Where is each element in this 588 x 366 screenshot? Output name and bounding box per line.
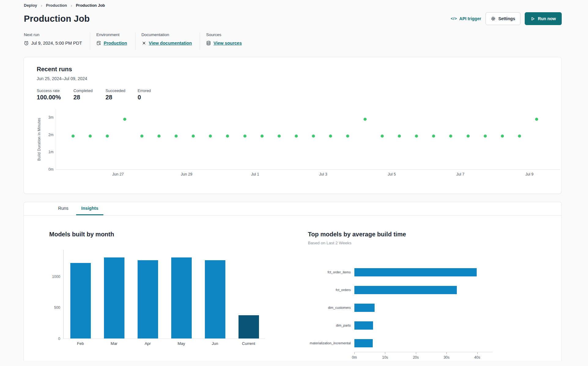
header-actions: </> API trigger Settings xyxy=(451,12,562,25)
environment-icon xyxy=(96,41,101,46)
month-x-label: May xyxy=(178,341,185,346)
top-model-row: dim_customers xyxy=(308,299,510,316)
insights-panel: Models built by month 05001000 FebMarApr… xyxy=(24,216,561,361)
scatter-x-tick: Jun 27 xyxy=(112,172,124,176)
run-duration-dot xyxy=(106,135,109,138)
api-trigger-link[interactable]: </> API trigger xyxy=(451,16,481,21)
run-duration-dot xyxy=(175,135,178,138)
scatter-y-tick: 3m xyxy=(43,115,54,120)
top-model-track xyxy=(354,268,510,276)
models-built-chart-block: Models built by month 05001000 FebMarApr… xyxy=(49,231,276,361)
run-duration-dot xyxy=(226,135,229,138)
clock-icon xyxy=(24,41,29,46)
top-model-row: fct_order_items xyxy=(308,263,510,281)
x-axis-tick-mark xyxy=(477,352,478,354)
month-chart-y-tick: 0 xyxy=(58,337,60,341)
x-axis-tick-mark xyxy=(446,352,447,354)
x-axis-tick-label: 30s xyxy=(444,355,449,360)
scatter-x-tick: Jul 9 xyxy=(525,172,533,176)
stat-label: Errored xyxy=(138,88,170,93)
breadcrumb-current: Production Job xyxy=(76,3,105,8)
run-duration-dot xyxy=(518,135,521,138)
recent-runs-title: Recent runs xyxy=(37,66,560,74)
next-run-value: Jul 9, 2024, 5:00 PM PDT xyxy=(31,41,82,46)
info-sources: Sources View sources xyxy=(200,32,250,50)
scatter-x-tick: Jul 7 xyxy=(456,172,464,176)
scatter-x-tick: Jul 1 xyxy=(251,172,259,176)
run-duration-dot xyxy=(415,135,418,138)
run-duration-dot xyxy=(312,135,315,138)
x-axis-tick-label: 20s xyxy=(413,355,419,360)
run-duration-dot xyxy=(243,135,246,138)
scatter-x-tick: Jun 29 xyxy=(181,172,192,176)
stat-label: Succeeded xyxy=(105,88,138,93)
tab-runs[interactable]: Runs xyxy=(53,202,74,215)
run-duration-dot xyxy=(140,135,143,138)
top-model-bar-dim_parts xyxy=(354,321,373,330)
scatter-plot-area: 0m1m2m3mJun 27Jun 29Jul 1Jul 3Jul 5Jul 7… xyxy=(56,109,560,170)
stat-value: 100.00% xyxy=(37,94,73,102)
scatter-y-axis-title: Build Duration in Minutes xyxy=(37,109,42,170)
info-label: Sources xyxy=(206,32,242,38)
top-models-subtitle: Based on Last 2 Weeks xyxy=(308,241,510,246)
top-model-track xyxy=(354,339,510,347)
stat-label: Completed xyxy=(73,88,105,93)
run-duration-dot xyxy=(467,135,470,138)
run-duration-dot xyxy=(123,118,126,121)
run-duration-dot xyxy=(278,135,281,138)
run-duration-dot xyxy=(449,135,452,138)
top-model-bar-fct_order_items xyxy=(354,268,477,276)
stat-label: Success rate xyxy=(37,88,73,93)
run-duration-dot xyxy=(72,135,75,138)
top-models-chart: fct_order_itemsfct_ordersdim_customersdi… xyxy=(308,263,510,361)
scatter-x-tick: Jul 3 xyxy=(319,172,327,176)
environment-link[interactable]: Production xyxy=(104,41,127,46)
view-documentation-link[interactable]: View documentation xyxy=(149,41,192,46)
info-label: Environment xyxy=(96,32,127,38)
recent-runs-card: Recent runs Jun 25, 2024–Jul 09, 2024 Su… xyxy=(24,57,562,194)
run-duration-dot xyxy=(364,118,367,121)
run-duration-dot xyxy=(192,135,195,138)
month-chart-plot-area: FebMarAprMayJunCurrent xyxy=(63,250,265,339)
top-model-row: fct_orders xyxy=(308,281,510,299)
play-icon xyxy=(531,17,535,21)
breadcrumb-deploy[interactable]: Deploy xyxy=(24,3,37,8)
month-bar-may xyxy=(171,257,192,338)
run-now-button[interactable]: Run now xyxy=(525,12,562,25)
top-model-track xyxy=(354,286,510,294)
x-axis-tick-label: 40s xyxy=(474,355,480,360)
month-bar-feb xyxy=(70,263,91,338)
run-duration-dot xyxy=(89,135,92,138)
build-duration-chart: Build Duration in Minutes 0m1m2m3mJun 27… xyxy=(37,109,560,170)
top-model-bar-dim_customers xyxy=(354,304,375,312)
view-sources-link[interactable]: View sources xyxy=(213,41,242,46)
top-model-row: materialization_incremental xyxy=(308,334,510,352)
top-model-track xyxy=(354,304,510,312)
settings-button[interactable]: Settings xyxy=(486,12,520,25)
settings-label: Settings xyxy=(498,16,515,21)
chevron-right-icon: › xyxy=(41,3,42,8)
x-axis-tick-label: 10s xyxy=(382,355,388,360)
stat-completed: Completed 28 xyxy=(73,88,105,102)
production-job-page: Deploy › Production › Production Job Pro… xyxy=(0,0,588,366)
top-model-label: dim_parts xyxy=(305,323,351,327)
run-duration-dot xyxy=(346,135,349,138)
run-duration-dot xyxy=(484,135,487,138)
breadcrumb-production[interactable]: Production xyxy=(46,3,67,8)
x-axis-tick-mark xyxy=(385,352,385,354)
recent-runs-stats: Success rate 100.00% Completed 28 Succee… xyxy=(37,88,560,102)
month-bar-apr xyxy=(138,260,158,338)
month-x-label: Jun xyxy=(212,341,218,346)
month-x-label: Current xyxy=(242,341,255,346)
top-model-row: dim_parts xyxy=(308,316,510,334)
job-info-row: Next run Jul 9, 2024, 5:00 PM PDT Enviro… xyxy=(24,32,562,50)
breadcrumb: Deploy › Production › Production Job xyxy=(24,2,562,8)
run-duration-dot xyxy=(329,135,332,138)
run-duration-dot xyxy=(157,135,161,138)
models-built-chart: 05001000 FebMarAprMayJunCurrent xyxy=(49,250,276,339)
info-documentation: Documentation View documentation xyxy=(135,32,200,50)
tab-insights[interactable]: Insights xyxy=(76,202,104,215)
page-title: Production Job xyxy=(24,14,90,24)
month-chart-y-tick: 1000 xyxy=(52,275,60,279)
x-axis-tick-label: 0m xyxy=(352,355,357,360)
